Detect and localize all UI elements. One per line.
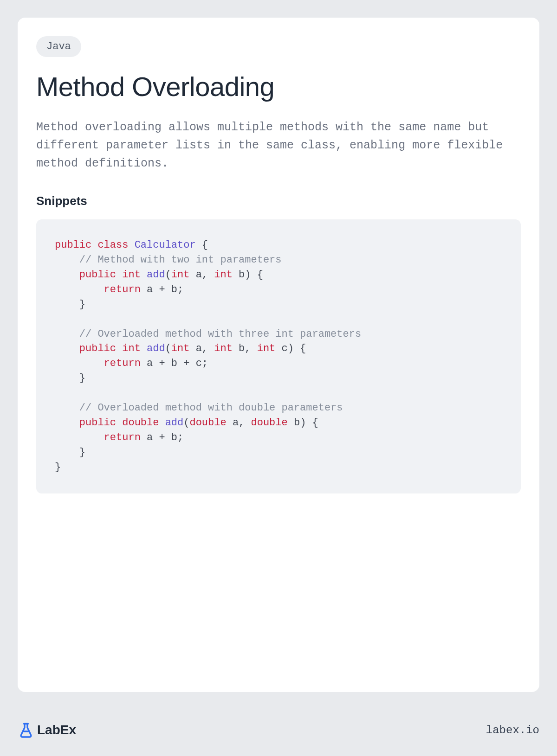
code-token: int: [122, 269, 141, 281]
code-token: a,: [189, 269, 214, 281]
code-token: {: [294, 343, 306, 354]
code-token: return: [104, 432, 141, 443]
code-token: a + b;: [141, 284, 183, 295]
code-token: double: [251, 417, 288, 429]
code-token: }: [79, 447, 85, 458]
code-token: a,: [189, 343, 214, 354]
logo: LabEx: [18, 722, 76, 738]
code-token: // Overloaded method with three int para…: [79, 328, 361, 340]
code-token: public: [79, 343, 116, 354]
code-token: class: [97, 239, 128, 251]
code-token: (: [165, 269, 171, 281]
code-token: {: [251, 269, 263, 281]
code-token: public: [79, 269, 116, 281]
code-token: int: [214, 343, 233, 354]
code-token: int: [122, 343, 141, 354]
code-token: int: [257, 343, 276, 354]
description-text: Method overloading allows multiple metho…: [36, 119, 521, 173]
code-token: b: [233, 269, 245, 281]
code-token: double: [189, 417, 226, 429]
code-token: {: [306, 417, 318, 429]
content-card: Java Method Overloading Method overloadi…: [18, 18, 539, 692]
code-token: // Method with two int parameters: [79, 254, 282, 266]
code-token: (: [165, 343, 171, 354]
code-token: b: [288, 417, 300, 429]
code-snippet: public class Calculator { // Method with…: [36, 219, 521, 493]
code-token: add: [147, 343, 165, 354]
code-token: a + b + c;: [141, 358, 208, 369]
code-token: add: [147, 269, 165, 281]
footer: LabEx labex.io: [18, 722, 539, 738]
flask-icon: [18, 722, 34, 738]
code-token: }: [79, 299, 85, 310]
language-tag: Java: [36, 36, 81, 57]
code-token: return: [104, 358, 141, 369]
page-title: Method Overloading: [36, 71, 521, 102]
code-token: int: [171, 269, 190, 281]
code-token: add: [165, 417, 184, 429]
site-url: labex.io: [486, 724, 539, 737]
code-token: public: [79, 417, 116, 429]
code-token: double: [122, 417, 159, 429]
code-token: }: [55, 461, 61, 473]
code-token: int: [171, 343, 190, 354]
code-token: b,: [233, 343, 257, 354]
code-token: a + b;: [141, 432, 183, 443]
snippets-heading: Snippets: [36, 194, 521, 208]
code-token: c: [275, 343, 287, 354]
code-token: return: [104, 284, 141, 295]
code-token: int: [214, 269, 233, 281]
code-token: {: [196, 239, 208, 251]
code-token: (: [183, 417, 189, 429]
code-token: a,: [227, 417, 251, 429]
code-token: }: [79, 372, 85, 384]
code-token: // Overloaded method with double paramet…: [79, 402, 343, 414]
logo-text: LabEx: [37, 723, 76, 737]
code-token: Calculator: [135, 239, 196, 251]
code-token: ): [300, 417, 306, 429]
code-token: ): [288, 343, 294, 354]
code-token: public: [55, 239, 91, 251]
code-token: ): [245, 269, 251, 281]
